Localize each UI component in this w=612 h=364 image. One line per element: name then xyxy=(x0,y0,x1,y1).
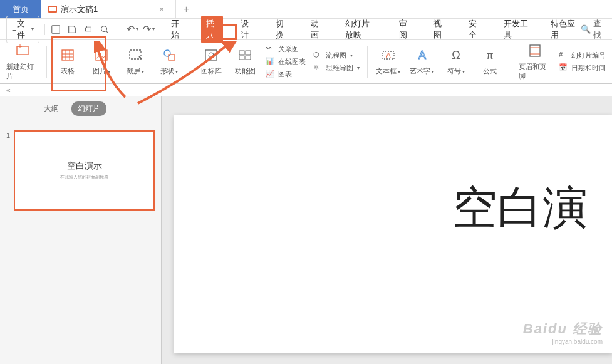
slide-thumbnail[interactable]: 空白演示 在此输入您的封面副标题 xyxy=(14,130,155,211)
wordart-button[interactable]: A 艺术字▾ xyxy=(409,48,435,76)
flowchart-label: 流程图 xyxy=(326,51,346,60)
flowchart-button[interactable]: ⬡流程图▾ xyxy=(313,51,360,61)
header-footer-button[interactable]: 页眉和页脚 xyxy=(519,43,551,81)
relation-label: 关系图 xyxy=(278,44,299,54)
svg-text:A: A xyxy=(386,51,391,60)
online-chart-icon: 📊 xyxy=(266,57,276,67)
search-button[interactable]: 🔍 查找 xyxy=(581,18,606,41)
redo-icon[interactable]: ↷▾ xyxy=(143,24,155,35)
svg-rect-23 xyxy=(246,51,251,55)
undo-icon[interactable]: ↶▾ xyxy=(127,24,138,35)
svg-rect-7 xyxy=(17,46,28,55)
header-footer-icon xyxy=(527,43,542,58)
textbox-button[interactable]: A 文本框▾ xyxy=(375,48,402,76)
formula-label: 公式 xyxy=(483,66,497,76)
wordart-label: 艺术字 xyxy=(410,67,430,75)
mindmap-label: 思维导图 xyxy=(326,63,353,73)
tab-transition[interactable]: 切换 xyxy=(271,16,293,43)
feature-image-icon xyxy=(237,48,252,63)
new-slide-icon xyxy=(15,43,30,58)
mindmap-button[interactable]: ⚛思维导图▾ xyxy=(313,63,360,73)
chevron-down-icon: ▾ xyxy=(432,69,434,75)
divider xyxy=(511,46,511,78)
svg-rect-2 xyxy=(52,25,60,33)
svg-line-6 xyxy=(106,31,108,33)
datetime-icon: 📅 xyxy=(559,63,569,73)
hamburger-icon[interactable]: ≡ 文件▾ xyxy=(6,16,39,43)
search-icon: 🔍 xyxy=(581,24,591,34)
tab-design[interactable]: 设计 xyxy=(236,16,258,43)
tab-special[interactable]: 特色应用 xyxy=(546,16,580,43)
svg-rect-22 xyxy=(239,51,244,55)
print-icon[interactable] xyxy=(83,24,94,35)
relation-chart-button[interactable]: ⚯关系图 xyxy=(266,44,306,55)
flowchart-icon: ⬡ xyxy=(313,51,323,61)
document-tab[interactable]: 演示文稿1 × xyxy=(41,0,175,18)
svg-rect-3 xyxy=(85,28,91,31)
tab-start[interactable]: 开始 xyxy=(166,16,189,43)
divider xyxy=(367,46,368,78)
svg-text:Ω: Ω xyxy=(452,49,460,61)
symbol-button[interactable]: Ω 符号▾ xyxy=(443,48,469,76)
slide-meta-group: #幻灯片编号 📅日期和时间 xyxy=(559,51,606,73)
chart-icon: 📈 xyxy=(266,70,276,80)
watermark-url: jingyan.baidu.com xyxy=(523,338,603,345)
svg-rect-31 xyxy=(530,45,540,56)
watermark-logo: Baidu 经验 xyxy=(523,320,603,338)
symbol-label: 符号 xyxy=(447,67,461,75)
mindmap-icon: ⚛ xyxy=(313,63,323,73)
close-tab-icon[interactable]: × xyxy=(154,4,169,14)
tab-dev[interactable]: 开发工具 xyxy=(499,16,533,43)
formula-icon: π xyxy=(482,48,497,63)
slide-panel: 大纲 幻灯片 1 空白演示 在此输入您的封面副标题 xyxy=(0,96,162,364)
chart-button[interactable]: 📈图表 xyxy=(266,70,306,80)
chart-label: 图表 xyxy=(278,70,292,79)
datetime-button[interactable]: 📅日期和时间 xyxy=(559,63,606,73)
slide-canvas[interactable]: 空白演 xyxy=(174,115,612,353)
save-as-icon[interactable] xyxy=(66,24,78,35)
svg-rect-1 xyxy=(49,7,56,11)
slide-thumbnail-container: 1 空白演示 在此输入您的封面副标题 xyxy=(0,121,161,220)
svg-rect-24 xyxy=(239,56,244,60)
symbol-icon: Ω xyxy=(449,48,464,63)
tab-view[interactable]: 视图 xyxy=(428,16,451,43)
document-name: 演示文稿1 xyxy=(61,4,98,15)
formula-button[interactable]: π 公式 xyxy=(477,48,503,76)
file-menu-label: 文件 xyxy=(17,18,30,41)
svg-point-5 xyxy=(101,26,106,31)
slides-tab[interactable]: 幻灯片 xyxy=(71,101,106,116)
new-slide-button[interactable]: 新建幻灯片 xyxy=(6,43,39,81)
chevron-down-icon: ▾ xyxy=(462,69,465,75)
datetime-label: 日期和时间 xyxy=(571,63,606,73)
slide-number: 1 xyxy=(6,132,10,211)
presentation-icon xyxy=(48,4,58,14)
relation-icon: ⚯ xyxy=(266,44,276,55)
slide-title[interactable]: 空白演 xyxy=(174,178,588,238)
textbox-icon: A xyxy=(381,48,396,63)
diagram-group: ⬡流程图▾ ⚛思维导图▾ xyxy=(313,51,360,73)
svg-rect-4 xyxy=(86,26,90,28)
save-icon[interactable] xyxy=(50,24,61,35)
tab-review[interactable]: 审阅 xyxy=(394,16,417,43)
online-chart-label: 在线图表 xyxy=(278,57,306,66)
chevron-down-icon: ▾ xyxy=(398,69,400,75)
outline-tab[interactable]: 大纲 xyxy=(38,101,65,116)
slide-number-label: 幻灯片编号 xyxy=(571,51,606,60)
chevron-down-icon: ▾ xyxy=(350,53,353,58)
slide-number-icon: # xyxy=(559,51,569,61)
online-chart-button[interactable]: 📊在线图表 xyxy=(266,57,306,67)
divider xyxy=(46,46,47,78)
watermark: Baidu 经验 jingyan.baidu.com xyxy=(523,320,603,345)
thumb-subtitle: 在此输入您的封面副标题 xyxy=(60,174,108,180)
svg-text:A: A xyxy=(418,49,426,61)
tab-animation[interactable]: 动画 xyxy=(306,16,328,43)
highlight-table-picture xyxy=(51,36,106,91)
tab-security[interactable]: 安全 xyxy=(464,16,486,43)
chart-group: ⚯关系图 📊在线图表 📈图表 xyxy=(266,44,306,80)
print-preview-icon[interactable] xyxy=(99,24,110,35)
chevron-down-icon: ▾ xyxy=(357,65,360,71)
annotation-arrow xyxy=(132,41,238,110)
slide-number-button[interactable]: #幻灯片编号 xyxy=(559,51,606,61)
svg-rect-25 xyxy=(246,56,251,60)
tab-slideshow[interactable]: 幻灯片放映 xyxy=(340,16,381,43)
